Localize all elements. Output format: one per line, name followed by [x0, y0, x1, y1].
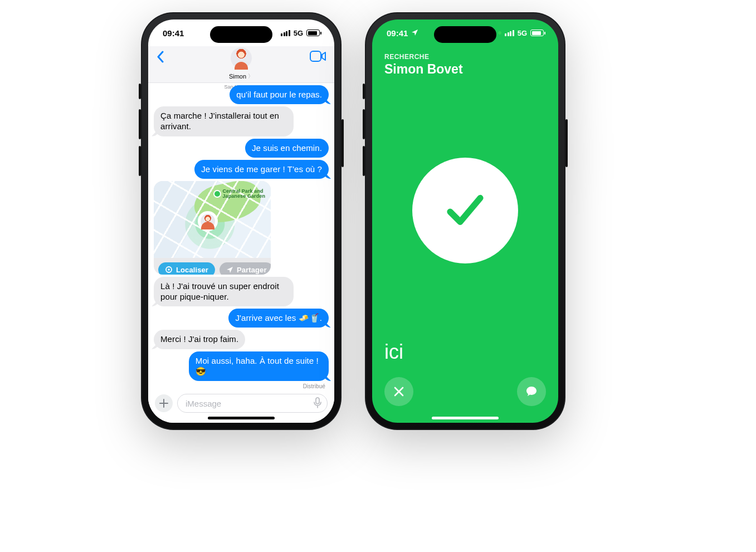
status-bar: 09:41 5G: [372, 19, 558, 46]
input-placeholder: iMessage: [186, 399, 221, 408]
power-button[interactable]: [565, 119, 568, 167]
map-poi-label: Central Park and Japanese Garden: [214, 189, 265, 199]
sent-message[interactable]: Je viens de me garer ! T'es où ?: [194, 160, 329, 179]
silence-switch[interactable]: [363, 84, 365, 99]
volume-down-button[interactable]: [139, 146, 141, 176]
findmy-header: RECHERCHE Simon Bovet: [384, 53, 463, 77]
volume-down-button[interactable]: [363, 146, 365, 176]
sent-message[interactable]: J'arrive avec les 🧈🥤.: [228, 309, 329, 328]
cellular-signal-icon: [281, 30, 290, 36]
sent-message[interactable]: Je suis en chemin.: [245, 139, 329, 158]
screen: 09:41 5G Simon 〉 San Mateo, CA: [148, 19, 334, 423]
sent-message[interactable]: qu'il faut pour le repas.: [230, 85, 329, 104]
svg-rect-3: [316, 398, 319, 404]
privacy-indicator-icon: [498, 31, 501, 35]
location-card[interactable]: Central Park and Japanese GardenLocalise…: [154, 181, 271, 275]
map-preview[interactable]: Central Park and Japanese Garden: [154, 181, 271, 258]
cellular-signal-icon: [505, 30, 514, 36]
share-label: Partager: [237, 266, 267, 274]
status-bar: 09:41 5G: [148, 19, 334, 46]
contact-avatar[interactable]: [231, 47, 252, 69]
svg-point-2: [168, 269, 170, 271]
battery-icon: [306, 30, 320, 36]
screen: 09:41 5G RECHERCHE Simon Bovet ici: [372, 19, 558, 423]
received-message[interactable]: Merci ! J'ai trop faim.: [154, 330, 245, 349]
conversation-header: Simon 〉 San Mateo, CA: [148, 46, 334, 83]
contact-name: Simon: [229, 73, 246, 80]
checkmark-icon: [440, 185, 490, 236]
message-input[interactable]: iMessage: [177, 394, 328, 413]
svg-rect-0: [310, 51, 321, 61]
contact-name-button[interactable]: Simon 〉: [229, 72, 253, 80]
volume-up-button[interactable]: [363, 109, 365, 139]
findmy-actions: [372, 377, 558, 406]
share-button[interactable]: Partager: [220, 262, 271, 275]
map-contact-pin[interactable]: [199, 213, 216, 229]
network-label: 5G: [294, 29, 303, 37]
chevron-right-icon: 〉: [248, 72, 253, 80]
silence-switch[interactable]: [139, 84, 141, 99]
close-button[interactable]: [384, 377, 413, 406]
add-button[interactable]: [155, 394, 173, 412]
locate-button[interactable]: Localiser: [158, 262, 215, 275]
message-thread[interactable]: qu'il faut pour le repas.Ça marche ! J'i…: [148, 83, 334, 390]
back-button[interactable]: [156, 51, 165, 65]
search-label: RECHERCHE: [384, 53, 463, 61]
battery-icon: [530, 30, 544, 36]
phone-findmy: 09:41 5G RECHERCHE Simon Bovet ici: [365, 12, 565, 430]
received-message[interactable]: Ça marche ! J'installerai tout en arriva…: [154, 106, 294, 136]
power-button[interactable]: [342, 119, 344, 167]
delivered-label: Distribué: [303, 383, 325, 389]
tree-icon: [214, 191, 220, 197]
message-button[interactable]: [517, 377, 546, 406]
status-time: 09:41: [163, 28, 184, 38]
home-indicator[interactable]: [432, 417, 499, 419]
person-name: Simon Bovet: [384, 62, 463, 77]
sent-message[interactable]: Moi aussi, haha. À tout de suite ! 😎: [189, 351, 329, 381]
received-message[interactable]: Là ! J'ai trouvé un super endroit pour p…: [154, 277, 294, 306]
location-arrow-icon: [411, 28, 418, 38]
volume-up-button[interactable]: [139, 109, 141, 139]
home-indicator[interactable]: [208, 417, 275, 419]
found-indicator: [412, 158, 518, 263]
facetime-button[interactable]: [310, 51, 326, 64]
phone-messages: 09:41 5G Simon 〉 San Mateo, CA: [141, 12, 342, 430]
dictation-button[interactable]: [314, 397, 321, 410]
locate-label: Localiser: [176, 266, 208, 274]
status-time: 09:41: [387, 28, 408, 38]
network-label: 5G: [518, 29, 527, 37]
here-label: ici: [384, 340, 403, 364]
